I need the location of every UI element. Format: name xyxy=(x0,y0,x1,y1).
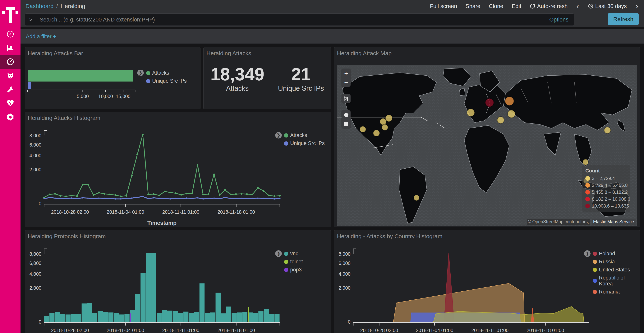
legend-item-telnet[interactable]: telnet xyxy=(284,259,303,265)
map-draw-polygon-button[interactable] xyxy=(342,110,350,119)
compass-icon xyxy=(6,30,14,38)
time-back-chevron[interactable]: ‹ xyxy=(576,3,580,9)
clock-icon xyxy=(588,4,594,9)
map-legend-dot xyxy=(585,190,590,194)
attacks-bar-legend: ❯ AttacksUnique Src IPs xyxy=(146,70,187,86)
sidebar-item-compass[interactable] xyxy=(0,27,20,41)
map-legend-item: 2,729.4 – 5,455.8 xyxy=(585,183,628,188)
svg-text:15,000: 15,000 xyxy=(116,94,130,99)
legend-color-dot xyxy=(146,79,150,83)
beast-icon xyxy=(6,72,14,80)
sidebar-item-beast[interactable] xyxy=(0,69,20,83)
svg-text:2018-10-28 02:00: 2018-10-28 02:00 xyxy=(51,328,89,333)
svg-text:2,000: 2,000 xyxy=(29,167,42,172)
legend-collapse-chevron[interactable]: ❯ xyxy=(137,70,144,76)
map-zoom-in-button[interactable]: + xyxy=(342,69,350,78)
svg-text:4,000: 4,000 xyxy=(338,271,350,277)
panel-title[interactable]: Heralding Attack Map xyxy=(337,50,392,57)
sidebar-item-wrench[interactable] xyxy=(0,83,20,96)
legend-collapse-chevron[interactable]: ❯ xyxy=(275,250,282,257)
map-legend-item: 10,908.6 – 13,635 xyxy=(585,203,628,209)
search-bar-row: >_ Options Refresh xyxy=(20,12,644,27)
legend-item-united-states[interactable]: United States xyxy=(593,267,640,273)
nav-actions: Full screen Share Clone Edit Auto-refres… xyxy=(430,3,644,10)
sidebar-item-heartbeat[interactable] xyxy=(0,96,20,110)
panel-title[interactable]: Heralding Attacks xyxy=(206,50,251,57)
svg-text:2,000: 2,000 xyxy=(29,285,42,291)
legend-collapse-chevron[interactable]: ❯ xyxy=(584,250,590,257)
t-mobile-logo[interactable] xyxy=(0,3,20,26)
svg-text:2018-11-18 01:00: 2018-11-18 01:00 xyxy=(527,328,564,333)
world-map[interactable]: + − Cou xyxy=(337,65,637,226)
legend-item-romania[interactable]: Romania xyxy=(593,289,640,295)
protocols-histogram-legend: ❯ vnctelnetpop3 xyxy=(284,251,303,275)
map-legend-dot xyxy=(585,197,590,201)
map-zoom-out-button[interactable]: − xyxy=(342,78,350,87)
legend-item-attacks[interactable]: Attacks xyxy=(146,70,187,76)
legend-color-dot xyxy=(593,252,597,256)
legend-item-republic-of-korea[interactable]: Republic of Korea xyxy=(593,275,640,287)
breadcrumb-separator: / xyxy=(56,3,58,10)
metric-label: Attacks xyxy=(210,84,264,93)
legend-color-dot xyxy=(593,290,597,294)
auto-refresh-button[interactable]: Auto-refresh xyxy=(530,3,568,10)
legend-item-poland[interactable]: Poland xyxy=(593,251,640,257)
app-sidebar xyxy=(0,0,20,333)
svg-text:10,000: 10,000 xyxy=(98,94,113,99)
wrench-icon xyxy=(6,86,14,93)
panel-heralding-attacks-bar: Heralding Attacks Bar 5,00010,00015,000 … xyxy=(25,47,200,109)
top-navigation-bar: Dashboard / Heralding Full screen Share … xyxy=(20,0,644,12)
time-range-picker[interactable]: Last 30 days xyxy=(588,3,627,10)
panel-title[interactable]: Heralding Attacks Histogram xyxy=(28,115,100,121)
search-box: >_ Options xyxy=(25,14,574,26)
legend-item-vnc[interactable]: vnc xyxy=(284,251,303,257)
map-legend-item: 8,182.2 – 10,908.6 xyxy=(585,196,628,202)
time-forward-chevron[interactable]: › xyxy=(635,3,639,9)
legend-collapse-chevron[interactable]: ❯ xyxy=(275,132,282,139)
terminal-prompt-icon: >_ xyxy=(29,17,36,23)
breadcrumb: Dashboard / Heralding xyxy=(26,3,85,10)
sidebar-item-gauge[interactable] xyxy=(0,55,20,69)
legend-color-dot xyxy=(593,260,597,264)
svg-text:6,000: 6,000 xyxy=(29,142,42,148)
panel-title[interactable]: Heralding Protocols Histogram xyxy=(28,233,106,240)
sidebar-item-gear[interactable] xyxy=(0,110,20,124)
svg-text:2018-11-11 01:00: 2018-11-11 01:00 xyxy=(162,328,200,333)
breadcrumb-dashboard-link[interactable]: Dashboard xyxy=(26,3,54,10)
sidebar-item-bar-chart[interactable] xyxy=(0,41,20,55)
panel-title[interactable]: Heralding - Attacks by Country Histogram xyxy=(337,233,442,240)
osm-attribution[interactable]: © OpenStreetMap contributors, xyxy=(527,219,590,225)
svg-text:2018-11-18 01:00: 2018-11-18 01:00 xyxy=(218,328,255,333)
edit-button[interactable]: Edit xyxy=(512,3,521,10)
polygon-icon xyxy=(344,112,349,117)
bar-chart-icon xyxy=(6,44,14,52)
legend-item-attacks[interactable]: Attacks xyxy=(284,132,325,138)
map-box-zoom-button[interactable] xyxy=(342,94,350,103)
metric-unique-src-ips: 21Unique Src IPs xyxy=(278,65,324,93)
legend-item-pop3[interactable]: pop3 xyxy=(284,267,303,273)
legend-item-unique-src-ips[interactable]: Unique Src IPs xyxy=(146,78,187,84)
panel-title[interactable]: Heralding Attacks Bar xyxy=(28,50,83,57)
protocols-histogram-chart: 02,0004,0006,0008,0002018-10-28 02:00201… xyxy=(25,230,330,333)
legend-item-russia[interactable]: Russia xyxy=(593,259,640,265)
elastic-maps-service-link[interactable]: Elastic Maps Service xyxy=(592,219,636,225)
attacks-histogram-legend: ❯ AttacksUnique Src IPs xyxy=(284,132,325,148)
legend-color-dot xyxy=(146,71,150,75)
refresh-button[interactable]: Refresh xyxy=(608,13,639,25)
add-filter-button[interactable]: Add a filter+ xyxy=(26,33,56,40)
svg-text:8,000: 8,000 xyxy=(338,251,350,257)
refresh-arrow-icon xyxy=(530,4,535,9)
full-screen-button[interactable]: Full screen xyxy=(430,3,457,10)
share-button[interactable]: Share xyxy=(466,3,480,10)
svg-text:6,000: 6,000 xyxy=(338,260,350,266)
map-legend-dot xyxy=(585,183,590,188)
metric-attacks: 18,349Attacks xyxy=(210,65,264,93)
map-draw-rect-button[interactable] xyxy=(342,119,350,128)
options-link[interactable]: Options xyxy=(546,14,572,26)
search-input[interactable] xyxy=(39,16,574,23)
legend-color-dot xyxy=(284,252,288,256)
map-legend-dot xyxy=(585,176,590,181)
legend-item-unique-src-ips[interactable]: Unique Src IPs xyxy=(284,140,325,146)
svg-text:2018-10-28 02:00: 2018-10-28 02:00 xyxy=(51,209,89,215)
clone-button[interactable]: Clone xyxy=(489,3,503,10)
